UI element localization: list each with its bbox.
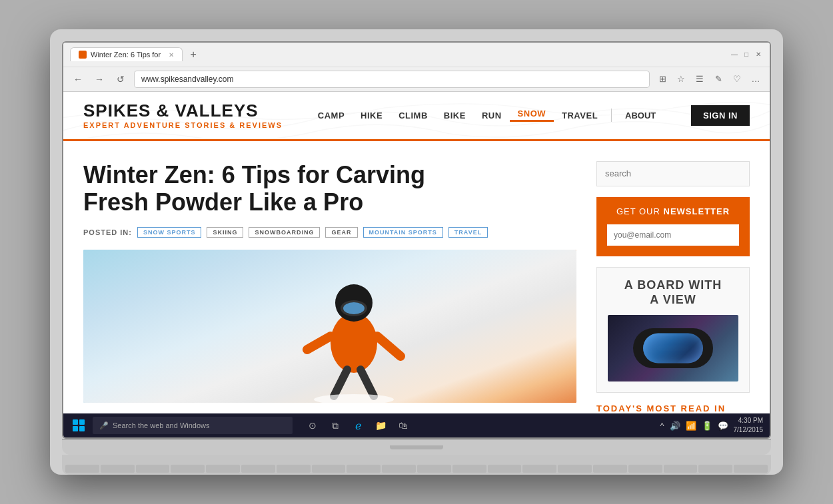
posted-in-row: POSTED IN: SNOW SPORTS SKIING SNOWBOARDI… [83,227,576,238]
keyboard-key [136,465,170,473]
svg-line-6 [334,370,347,396]
address-bar[interactable] [134,71,650,88]
keyboard-key [65,465,99,473]
svg-point-0 [331,313,377,373]
goggle-lens [643,334,703,364]
nav-about[interactable]: ABOUT [617,111,664,121]
article-title: Winter Zen: 6 Tips for Carving Fresh Pow… [83,161,576,216]
taskbar-folder-icon[interactable]: 📁 [373,417,389,433]
advertisement-box[interactable]: A BOARD WITH A VIEW [596,267,750,393]
taskbar-system-icons: ^ 🔊 📶 🔋 💬 4:30 PM 7/12/2015 [660,416,763,435]
keyboard-key [522,465,556,473]
forward-button[interactable]: → [91,71,107,87]
taskbar-battery-icon[interactable]: 🔋 [702,421,712,431]
close-window-button[interactable]: ✕ [754,50,763,59]
keyboard-key [698,465,732,473]
active-tab[interactable]: Winter Zen: 6 Tips for ✕ [70,47,183,61]
newsletter-email-input[interactable] [606,223,740,247]
laptop-frame: Winter Zen: 6 Tips for ✕ + — □ ✕ ← → ↺ ⊞ [50,29,783,475]
tag-skiing[interactable]: SKIING [207,227,243,238]
keyboard-key [241,465,275,473]
newsletter-box: GET OUR NEWSLETTER [596,197,750,256]
keyboard-key [734,465,768,473]
keyboard-key [452,465,486,473]
keyboard-key [312,465,346,473]
nav-snow[interactable]: SNOW [510,109,554,122]
laptop-bottom-bezel [62,439,771,455]
logo-area: SPIKES & VALLEYS EXPERT ADVENTURE STORIE… [83,102,283,129]
keyboard-key [277,465,311,473]
nav-travel[interactable]: TRAVEL [554,111,606,121]
nav-divider [611,109,612,122]
sidebar: GET OUR NEWSLETTER A BOARD WITH A VIEW [596,161,750,413]
new-tab-button[interactable]: + [185,47,201,63]
ad-image [608,315,738,381]
svg-line-4 [307,336,331,350]
taskbar: 🎤 Search the web and Windows ⊙ ⧉ ℯ 📁 🛍 ^… [63,413,770,437]
site-logo[interactable]: SPIKES & VALLEYS [83,102,283,119]
svg-line-7 [361,370,374,396]
tab-close-button[interactable]: ✕ [169,51,174,59]
title-bar: Winter Zen: 6 Tips for ✕ + — □ ✕ [63,43,770,67]
sign-in-button[interactable]: SIGN IN [691,105,750,126]
site-header: SPIKES & VALLEYS EXPERT ADVENTURE STORIE… [63,92,770,141]
article-area: Winter Zen: 6 Tips for Carving Fresh Pow… [83,161,596,413]
taskbar-mic-icon: 🎤 [99,421,109,430]
keyboard-key [664,465,698,473]
taskbar-cortana-icon[interactable]: ⊙ [305,417,321,433]
start-button[interactable] [70,417,87,434]
keyboard-key [171,465,205,473]
refresh-button[interactable]: ↺ [113,71,129,87]
article-image [83,250,576,403]
taskbar-edge-icon[interactable]: ℯ [350,417,366,433]
main-nav: CAMP HIKE CLIMB BIKE RUN SNOW TRAVEL ABO… [310,109,664,122]
taskbar-chevron-icon[interactable]: ^ [660,421,664,431]
taskbar-volume-icon[interactable]: 🔊 [670,421,680,431]
tag-travel[interactable]: TRAVEL [448,227,488,238]
posted-in-label: POSTED IN: [83,228,132,236]
browser-chrome: Winter Zen: 6 Tips for ✕ + — □ ✕ ← → ↺ ⊞ [63,43,770,92]
nav-run[interactable]: RUN [474,111,510,121]
laptop-keyboard [62,455,771,475]
maximize-button[interactable]: □ [742,50,751,59]
nav-climb[interactable]: CLIMB [391,111,436,121]
minimize-button[interactable]: — [730,50,739,59]
window-controls: — □ ✕ [730,50,763,59]
taskbar-network-icon[interactable]: 📶 [686,421,696,431]
back-button[interactable]: ← [70,71,86,87]
tag-snowboarding[interactable]: SNOWBOARDING [249,227,320,238]
keyboard-key [382,465,416,473]
most-read-label: TODAY'S MOST READ IN [596,403,750,413]
profile-icon[interactable]: ♡ [730,72,744,87]
search-input[interactable] [596,161,750,186]
nav-camp[interactable]: CAMP [310,111,353,121]
snowboarder-figure [294,256,414,403]
tag-mountain-sports[interactable]: MOUNTAIN SPORTS [363,227,443,238]
taskbar-clock[interactable]: 4:30 PM 7/12/2015 [734,416,764,435]
menu-icon[interactable]: ☰ [692,72,707,87]
keyboard-key [347,465,381,473]
keyboard-key [417,465,451,473]
laptop-hinge-notch [390,445,443,449]
taskbar-message-icon[interactable]: 💬 [718,421,728,431]
header-inner: SPIKES & VALLEYS EXPERT ADVENTURE STORIE… [83,92,750,139]
bookmark-icon[interactable]: ☆ [674,72,688,87]
taskbar-task-view-icon[interactable]: ⧉ [327,417,343,433]
tag-snow-sports[interactable]: SNOW SPORTS [137,227,202,238]
more-icon[interactable]: … [748,72,763,87]
site-tagline: EXPERT ADVENTURE STORIES & REVIEWS [83,121,283,129]
keyboard-key [488,465,522,473]
reader-icon[interactable]: ⊞ [655,72,670,87]
edit-icon[interactable]: ✎ [711,72,726,87]
taskbar-store-icon[interactable]: 🛍 [395,417,411,433]
keyboard-key [101,465,135,473]
keyboard-row [65,465,768,473]
taskbar-search-text: Search the web and Windows [113,421,210,429]
tab-area: Winter Zen: 6 Tips for ✕ + [70,47,724,63]
tag-gear[interactable]: GEAR [325,227,357,238]
nav-bike[interactable]: BIKE [436,111,474,121]
toolbar-icons: ⊞ ☆ ☰ ✎ ♡ … [655,72,763,87]
keyboard-key [206,465,240,473]
nav-hike[interactable]: HIKE [353,111,391,121]
taskbar-search-box[interactable]: 🎤 Search the web and Windows [93,417,293,434]
